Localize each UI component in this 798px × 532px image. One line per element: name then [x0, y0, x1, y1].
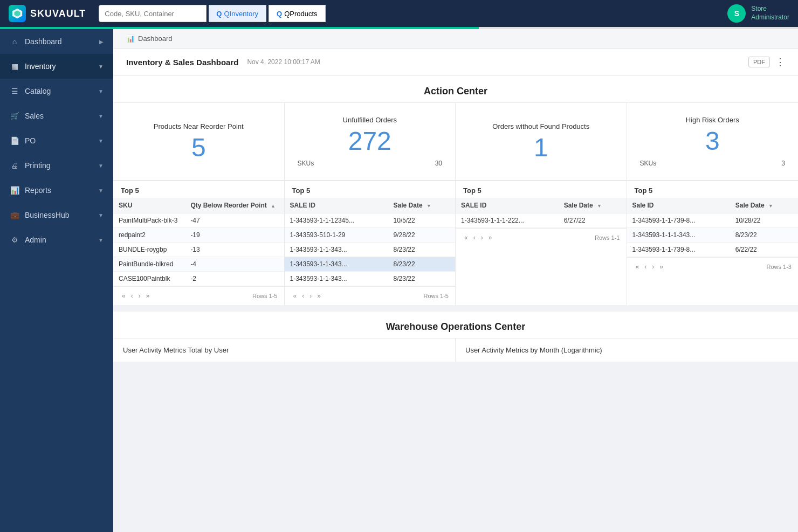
- page-next-unfulfilled[interactable]: ›: [307, 291, 314, 301]
- list-icon: ☰: [10, 86, 19, 96]
- page-next-reorder[interactable]: ›: [136, 291, 143, 301]
- card-sub-high-risk: SKUs 3: [636, 160, 790, 167]
- sidebar-item-inventory[interactable]: ▦ Inventory ▼: [0, 54, 113, 79]
- card-high-risk[interactable]: High Risk Orders 3 SKUs 3: [627, 103, 799, 180]
- table-row[interactable]: redpaint2-19: [113, 228, 284, 243]
- top5-grid: Top 5 SKU Qty Below Reorder Point ▲ Pain…: [113, 181, 798, 305]
- page-next-high-risk[interactable]: ›: [650, 262, 656, 272]
- sidebar-item-po[interactable]: 📄 PO ▼: [0, 128, 113, 153]
- sidebar-label-admin: Admin: [25, 236, 46, 244]
- card-products-near-reorder[interactable]: Products Near Reorder Point 5: [113, 103, 285, 180]
- page-prev-unfulfilled[interactable]: ‹: [300, 291, 306, 301]
- dashboard-header: Inventory & Sales Dashboard Nov 4, 2022 …: [113, 49, 798, 76]
- cell-col1: PaintMultiPack-blk-3: [113, 213, 185, 228]
- table-row[interactable]: 1-343593-1-1-739-8...6/22/22: [627, 243, 799, 257]
- th-qty[interactable]: Qty Below Reorder Point ▲: [185, 198, 284, 213]
- table-row[interactable]: 1-343593-1-1-739-8...10/28/22: [627, 213, 799, 228]
- table-row[interactable]: 1-343593-1-1-343...8/23/22: [285, 257, 456, 272]
- th-sale-date[interactable]: Sale Date ▼: [388, 198, 455, 213]
- sidebar-item-businesshub[interactable]: 💼 BusinessHub ▼: [0, 203, 113, 227]
- main-layout: ⌂ Dashboard ▶ ▦ Inventory ▼ ☰ Catalog ▼ …: [0, 29, 798, 532]
- page-last-without-found[interactable]: »: [486, 233, 494, 243]
- cell-col1: 1-343593-1-1-739-8...: [627, 213, 730, 228]
- card-number-reorder: 5: [191, 135, 206, 161]
- chevron-icon: ▼: [98, 237, 104, 243]
- sidebar-item-sales[interactable]: 🛒 Sales ▼: [0, 103, 113, 128]
- page-last-reorder[interactable]: »: [144, 291, 152, 301]
- page-first-high-risk[interactable]: «: [634, 262, 642, 272]
- cell-col1: redpaint2: [113, 228, 185, 243]
- table-row[interactable]: CASE100Paintblk-2: [113, 272, 284, 286]
- sidebar-item-printing[interactable]: 🖨 Printing ▼: [0, 153, 113, 178]
- page-prev-without-found[interactable]: ‹: [471, 233, 478, 243]
- logo-text: SKUVAULT: [30, 8, 86, 19]
- warehouse-sub-item-1: User Activity Metrics by Month (Logarith…: [456, 338, 798, 362]
- card-unfulfilled-orders[interactable]: Unfulfilled Orders 272 SKUs 30: [285, 103, 456, 180]
- table-row[interactable]: BUNDLE-roygbp-13: [113, 243, 284, 257]
- th-sale-date-3[interactable]: Sale Date ▼: [730, 198, 798, 213]
- sidebar-label-sales: Sales: [25, 112, 44, 120]
- cell-col1: 1-343593-1-1-343...: [285, 243, 388, 257]
- action-center-section: Action Center Products Near Reorder Poin…: [113, 76, 798, 305]
- table-row[interactable]: PaintMultiPack-blk-3-47: [113, 213, 284, 228]
- page-first-without-found[interactable]: «: [462, 233, 470, 243]
- table-row[interactable]: 1-343593-1-1-343...8/23/22: [285, 272, 456, 286]
- chevron-icon: ▼: [98, 212, 104, 218]
- cell-col2: -19: [185, 228, 284, 243]
- main-content: 📊 Dashboard Inventory & Sales Dashboard …: [113, 29, 798, 532]
- sidebar-label-printing: Printing: [25, 161, 50, 170]
- table-row[interactable]: 1-343593-1-1-12345...10/5/22: [285, 213, 456, 228]
- table-row[interactable]: 1-343593-1-1-343...8/23/22: [285, 243, 456, 257]
- page-first-unfulfilled[interactable]: «: [291, 291, 299, 301]
- sidebar-item-catalog[interactable]: ☰ Catalog ▼: [0, 79, 113, 103]
- top5-header-high-risk: Top 5: [627, 181, 799, 198]
- user-avatar: S: [727, 4, 746, 23]
- rows-info-high-risk: Rows 1-3: [767, 264, 792, 270]
- cell-col2: 6/27/22: [559, 213, 627, 228]
- action-center-title: Action Center: [113, 76, 798, 102]
- pdf-button[interactable]: PDF: [748, 57, 770, 67]
- card-number-unfulfilled: 272: [348, 128, 391, 154]
- page-last-unfulfilled[interactable]: »: [315, 291, 323, 301]
- th-sale-id-2: SALE ID: [456, 198, 559, 213]
- table-row[interactable]: PaintBundle-blkred-4: [113, 257, 284, 272]
- th-sale-id-3: Sale ID: [627, 198, 730, 213]
- page-last-high-risk[interactable]: »: [657, 262, 665, 272]
- sidebar-item-dashboard[interactable]: ⌂ Dashboard ▶: [0, 29, 113, 54]
- chevron-icon: ▶: [99, 39, 104, 45]
- top5-header-without-found: Top 5: [456, 181, 627, 198]
- chevron-icon: ▼: [98, 188, 104, 194]
- sidebar-label-inventory: Inventory: [25, 62, 56, 71]
- cell-col2: 10/28/22: [730, 213, 798, 228]
- search-input[interactable]: [99, 5, 207, 22]
- file-icon: 📄: [10, 136, 19, 146]
- chart-bar-icon: 📊: [126, 34, 135, 43]
- table-row[interactable]: 1-343593-1-1-1-343...8/23/22: [627, 228, 799, 243]
- more-button[interactable]: ⋮: [775, 56, 785, 68]
- sidebar-item-reports[interactable]: 📊 Reports ▼: [0, 178, 113, 203]
- warehouse-sub-grid: User Activity Metrics Total by User User…: [113, 338, 798, 362]
- sidebar-item-admin[interactable]: ⚙ Admin ▼: [0, 227, 113, 252]
- page-first-reorder[interactable]: «: [120, 291, 128, 301]
- search-tab-products[interactable]: QQProducts: [269, 5, 326, 22]
- table-row[interactable]: 1-343593-510-1-299/28/22: [285, 228, 456, 243]
- cell-col2: -47: [185, 213, 284, 228]
- top5-panel-high-risk: Top 5 Sale ID Sale Date ▼ 1-343593-1-1-7…: [627, 181, 799, 305]
- table-row[interactable]: 1-343593-1-1-1-222...6/27/22: [456, 213, 627, 228]
- breadcrumb: 📊 Dashboard: [113, 29, 798, 49]
- sidebar-label-dashboard: Dashboard: [25, 37, 62, 46]
- search-tab-inventory[interactable]: QQInventory: [209, 5, 266, 22]
- card-label-without-found: Orders without Found Products: [492, 122, 589, 130]
- page-prev-high-risk[interactable]: ‹: [642, 262, 649, 272]
- card-orders-without-found[interactable]: Orders without Found Products 1: [456, 103, 627, 180]
- cell-col2: 10/5/22: [388, 213, 455, 228]
- page-next-without-found[interactable]: ›: [479, 233, 485, 243]
- sidebar-label-po: PO: [25, 136, 36, 145]
- top5-panel-unfulfilled: Top 5 SALE ID Sale Date ▼ 1-343593-1-1-1…: [285, 181, 456, 305]
- th-sale-date-2[interactable]: Sale Date ▼: [559, 198, 627, 213]
- pagination-high-risk: « ‹ › » Rows 1-3: [627, 257, 799, 276]
- cell-col1: 1-343593-1-1-343...: [285, 272, 388, 286]
- rows-info-without-found: Rows 1-1: [595, 234, 620, 241]
- page-prev-reorder[interactable]: ‹: [129, 291, 135, 301]
- card-number-without-found: 1: [534, 135, 548, 161]
